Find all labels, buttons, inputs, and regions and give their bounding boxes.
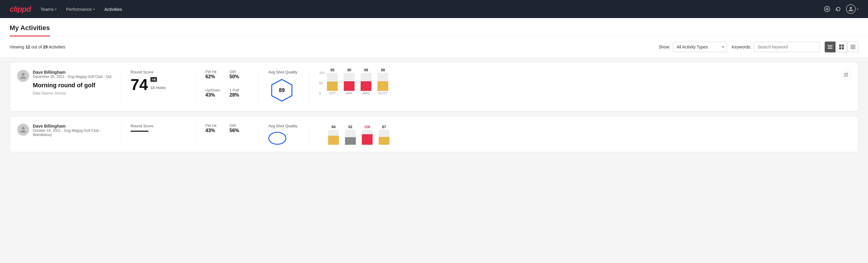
- stat-gir-label-2: GIR: [229, 124, 249, 128]
- grid-view-button[interactable]: [836, 41, 847, 52]
- stats-section: FW Hit 62% GIR 50% Up/Down 43% 1 Putt 28…: [203, 70, 251, 104]
- avatar-2: [17, 124, 29, 136]
- ott-bar-bg-2: [328, 130, 339, 145]
- data-source: Data Source: Arccos: [33, 91, 114, 95]
- arg-fill-2: [362, 134, 373, 145]
- card-left-2: Dave Billingham October 16, 2021 - Gog M…: [17, 124, 114, 145]
- activity-type-select[interactable]: All Activity Types: [673, 42, 727, 52]
- arg-bar-fill: [361, 81, 371, 91]
- score-number: 74: [130, 77, 148, 92]
- stat-1putt-label: 1 Putt: [229, 88, 249, 92]
- round-score-section-2: Round Score: [128, 124, 188, 145]
- chart-y-axis: 100 50 0: [319, 71, 326, 95]
- nav-performance-label: Performance: [66, 7, 92, 12]
- nav-activities[interactable]: Activities: [104, 4, 122, 14]
- svg-rect-12: [850, 47, 856, 48]
- hexagon-value: 89: [279, 87, 285, 93]
- y-label-100: 100: [319, 71, 324, 75]
- ott-fill-2: [328, 136, 339, 145]
- chart-bar-ott-2: 94: [328, 125, 339, 145]
- edit-button[interactable]: [841, 70, 851, 80]
- activity-card: Dave Billingham December 05, 2021 - Gog …: [10, 62, 858, 111]
- score-badge: +4: [150, 77, 157, 82]
- svg-rect-10: [850, 45, 856, 46]
- nav-teams[interactable]: Teams ▾: [40, 4, 57, 14]
- activities-list: Dave Billingham December 05, 2021 - Gog …: [0, 62, 868, 167]
- stat-fw-hit-label-2: FW Hit: [206, 124, 225, 128]
- svg-rect-9: [842, 47, 844, 49]
- app-value-2: 82: [348, 125, 352, 129]
- filter-keywords: Keywords:: [732, 42, 820, 52]
- stats-section-2: FW Hit 43% GIR 56%: [203, 124, 251, 145]
- app-fill-2: [345, 137, 356, 145]
- stat-updown-label: Up/Down: [206, 88, 225, 92]
- score-bar-placeholder: [130, 130, 149, 132]
- divider-2-2: [195, 124, 196, 145]
- score-holes: 18 Holes: [150, 85, 166, 90]
- svg-rect-11: [850, 46, 856, 47]
- ott-bar-bg: [327, 73, 338, 91]
- add-button[interactable]: [824, 6, 830, 12]
- svg-rect-8: [839, 47, 841, 49]
- stat-1putt: 1 Putt 28%: [229, 88, 249, 104]
- activity-card-2: Dave Billingham October 16, 2021 - Gog M…: [10, 116, 858, 152]
- stat-gir-value: 50%: [229, 74, 249, 80]
- stat-fw-hit-2: FW Hit 43%: [206, 124, 225, 145]
- svg-rect-3: [828, 45, 833, 46]
- arg-value: 89: [364, 68, 368, 72]
- card-info: Dave Billingham December 05, 2021 - Gog …: [33, 70, 114, 95]
- avatar-chevron-icon: ▾: [857, 7, 858, 11]
- stat-gir-2: GIR 56%: [229, 124, 249, 145]
- arg-value-2: 106: [364, 125, 370, 129]
- ott-bar-fill: [327, 82, 338, 91]
- player-name: Dave Billingham: [33, 70, 114, 75]
- nav-performance[interactable]: Performance ▾: [66, 4, 95, 14]
- putt-value: 89: [381, 68, 385, 72]
- filter-bar: Viewing 12 out of 29 Activities Show: Al…: [0, 37, 868, 57]
- stat-gir-label: GIR: [229, 70, 249, 74]
- teams-chevron-icon: ▾: [55, 7, 57, 11]
- avatar: [17, 70, 29, 82]
- putt-label: PUTT: [379, 91, 388, 95]
- app-bar-bg: [344, 73, 354, 91]
- svg-rect-4: [828, 47, 833, 47]
- chart-bars-2: 94 82 106 8: [319, 124, 848, 145]
- logo[interactable]: clippd: [10, 4, 31, 14]
- activity-date: December 05, 2021 - Gog Magog Golf Club …: [33, 75, 114, 79]
- chart-bar-ott: 85 OTT: [327, 68, 338, 95]
- ott-label: OTT: [329, 91, 336, 95]
- compact-view-button[interactable]: [847, 41, 858, 52]
- divider-3: [258, 70, 259, 104]
- putt-bar-bg: [377, 73, 388, 91]
- chart-bar-putt-2: 87: [379, 125, 390, 145]
- divider-1: [121, 70, 121, 104]
- player-name-2: Dave Billingham: [33, 124, 114, 128]
- viewing-total: 29: [43, 45, 48, 49]
- stat-gir-value-2: 56%: [229, 128, 249, 133]
- stat-fw-hit: FW Hit 62%: [206, 70, 225, 86]
- search-input[interactable]: [754, 42, 820, 52]
- chart-bar-app-2: 82: [345, 125, 356, 145]
- stat-1putt-value: 28%: [229, 92, 249, 98]
- y-label-50: 50: [319, 81, 324, 85]
- view-toggle: [825, 41, 858, 52]
- shot-quality-label: Avg Shot Quality: [268, 70, 298, 74]
- putt-fill-2: [379, 137, 390, 145]
- page-header: My Activities: [0, 18, 868, 37]
- divider-2: [195, 70, 196, 104]
- stat-fw-hit-label: FW Hit: [206, 70, 225, 74]
- app-value: 90: [347, 68, 351, 72]
- y-label-0: 0: [319, 91, 324, 95]
- refresh-button[interactable]: [835, 6, 841, 12]
- performance-chevron-icon: ▾: [93, 7, 95, 11]
- stat-fw-hit-value-2: 43%: [206, 128, 225, 133]
- user-avatar-button[interactable]: ▾: [846, 4, 858, 14]
- viewing-count: 12: [26, 45, 30, 49]
- round-score-label-2: Round Score: [130, 124, 186, 128]
- round-score-section: Round Score 74 +4 18 Holes: [128, 70, 188, 104]
- viewing-middle: out of: [30, 45, 43, 49]
- chart-section: 100 50 0 85 OTT 90: [317, 70, 841, 104]
- list-view-button[interactable]: [825, 41, 836, 52]
- viewing-prefix: Viewing: [10, 45, 26, 49]
- nav-activities-label: Activities: [104, 7, 122, 12]
